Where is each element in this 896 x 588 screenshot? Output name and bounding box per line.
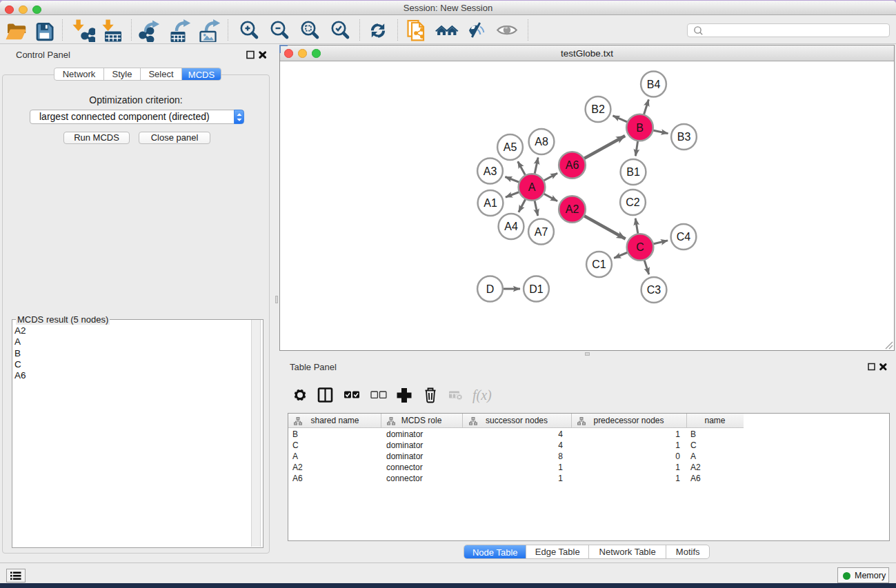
svg-text:C3: C3 (647, 284, 661, 296)
svg-text:B4: B4 (647, 79, 661, 90)
svg-text:B3: B3 (677, 131, 691, 143)
svg-text:B2: B2 (591, 103, 605, 115)
svg-text:D1: D1 (529, 283, 544, 295)
svg-text:A2: A2 (566, 203, 579, 215)
svg-text:A7: A7 (535, 226, 548, 238)
svg-text:A8: A8 (535, 136, 548, 148)
svg-text:C2: C2 (626, 196, 640, 208)
svg-text:B1: B1 (626, 166, 640, 178)
svg-text:A: A (528, 181, 536, 193)
svg-text:A4: A4 (504, 221, 518, 232)
svg-text:C4: C4 (677, 231, 691, 243)
svg-text:C1: C1 (592, 258, 606, 270)
svg-text:B: B (636, 122, 644, 134)
svg-text:f(x): f(x) (472, 387, 492, 403)
svg-text:A1: A1 (484, 197, 497, 209)
svg-text:A5: A5 (504, 141, 517, 153)
svg-text:A6: A6 (566, 159, 579, 171)
svg-text:C: C (636, 241, 644, 253)
svg-text:A3: A3 (484, 165, 497, 177)
svg-text:D: D (486, 283, 495, 295)
